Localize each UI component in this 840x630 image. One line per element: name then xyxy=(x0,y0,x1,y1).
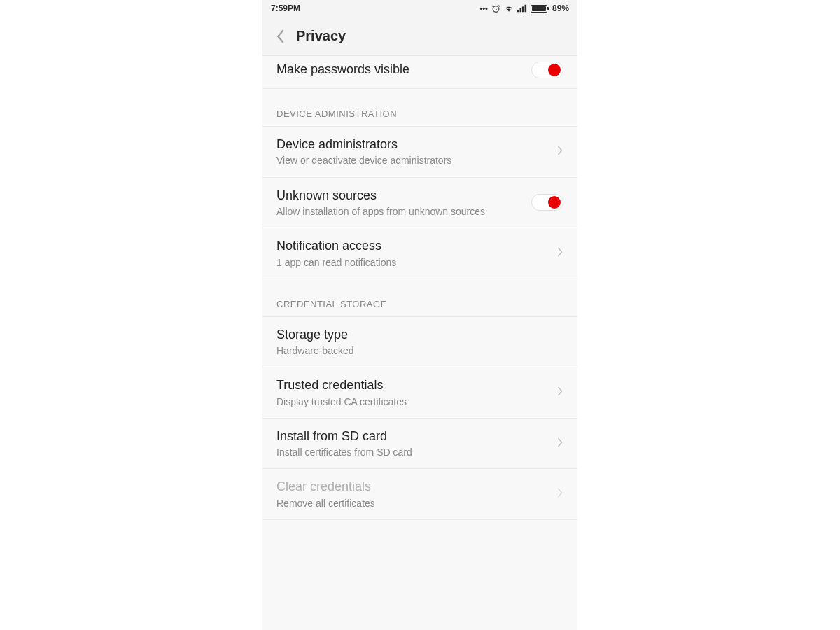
row-subtitle: View or deactivate device administrators xyxy=(276,154,550,167)
row-install-from-sd-card[interactable]: Install from SD card Install certificate… xyxy=(262,419,578,470)
chevron-left-icon xyxy=(276,29,286,43)
wifi-icon xyxy=(504,4,514,13)
row-title: Make passwords visible xyxy=(276,62,524,78)
row-title: Clear credentials xyxy=(276,479,550,495)
row-notification-access[interactable]: Notification access 1 app can read notif… xyxy=(262,228,578,279)
row-title: Storage type xyxy=(276,327,564,343)
svg-rect-3 xyxy=(522,6,524,12)
toggle-make-passwords-visible[interactable] xyxy=(531,62,564,78)
row-text: Make passwords visible xyxy=(276,62,524,78)
phone-frame: 7:59PM ••• 89% xyxy=(262,0,578,630)
header-bar: Privacy xyxy=(262,17,578,56)
chevron-right-icon xyxy=(557,386,564,399)
row-trusted-credentials[interactable]: Trusted credentials Display trusted CA c… xyxy=(262,368,578,419)
battery-icon xyxy=(531,5,549,13)
row-text: Install from SD card Install certificate… xyxy=(276,428,550,459)
svg-rect-1 xyxy=(517,10,519,13)
svg-rect-2 xyxy=(519,8,522,12)
more-icon: ••• xyxy=(479,4,488,13)
chevron-right-icon xyxy=(557,247,564,260)
row-subtitle: Remove all certificates xyxy=(276,497,550,510)
toggle-unknown-sources[interactable] xyxy=(531,194,564,211)
row-text: Storage type Hardware-backed xyxy=(276,327,564,358)
row-subtitle: Hardware-backed xyxy=(276,344,564,357)
row-text: Unknown sources Allow installation of ap… xyxy=(276,188,524,218)
row-clear-credentials: Clear credentials Remove all certificate… xyxy=(262,469,578,520)
row-title: Unknown sources xyxy=(276,188,524,204)
toggle-knob xyxy=(548,64,561,76)
signal-icon xyxy=(517,4,527,13)
row-unknown-sources[interactable]: Unknown sources Allow installation of ap… xyxy=(262,178,578,229)
row-storage-type: Storage type Hardware-backed xyxy=(262,317,578,368)
status-time: 7:59PM xyxy=(271,4,300,13)
chevron-right-icon xyxy=(557,438,564,450)
row-text: Clear credentials Remove all certificate… xyxy=(276,479,550,510)
row-title: Trusted credentials xyxy=(276,377,550,393)
back-button[interactable] xyxy=(268,24,293,49)
settings-content[interactable]: Make passwords visible DEVICE ADMINISTRA… xyxy=(262,56,578,630)
toggle-knob xyxy=(548,196,561,209)
row-subtitle: Install certificates from SD card xyxy=(276,446,550,458)
row-text: Device administrators View or deactivate… xyxy=(276,136,550,167)
alarm-icon xyxy=(491,4,500,13)
row-title: Device administrators xyxy=(276,136,550,153)
chevron-right-icon xyxy=(557,146,564,158)
row-make-passwords-visible[interactable]: Make passwords visible xyxy=(262,56,578,89)
row-text: Notification access 1 app can read notif… xyxy=(276,238,550,269)
row-subtitle: 1 app can read notifications xyxy=(276,256,550,269)
section-device-administration: DEVICE ADMINISTRATION xyxy=(262,89,578,127)
status-right: ••• 89% xyxy=(479,4,569,13)
battery-percent: 89% xyxy=(552,4,569,13)
svg-rect-4 xyxy=(524,5,526,13)
section-credential-storage: CREDENTIAL STORAGE xyxy=(262,279,578,317)
row-title: Install from SD card xyxy=(276,428,550,444)
page-title: Privacy xyxy=(296,28,346,44)
row-device-administrators[interactable]: Device administrators View or deactivate… xyxy=(262,127,578,178)
row-title: Notification access xyxy=(276,238,550,254)
status-bar: 7:59PM ••• 89% xyxy=(262,0,578,17)
row-text: Trusted credentials Display trusted CA c… xyxy=(276,377,550,408)
row-subtitle: Allow installation of apps from unknown … xyxy=(276,205,524,218)
row-subtitle: Display trusted CA certificates xyxy=(276,396,550,408)
chevron-right-icon xyxy=(557,488,564,500)
